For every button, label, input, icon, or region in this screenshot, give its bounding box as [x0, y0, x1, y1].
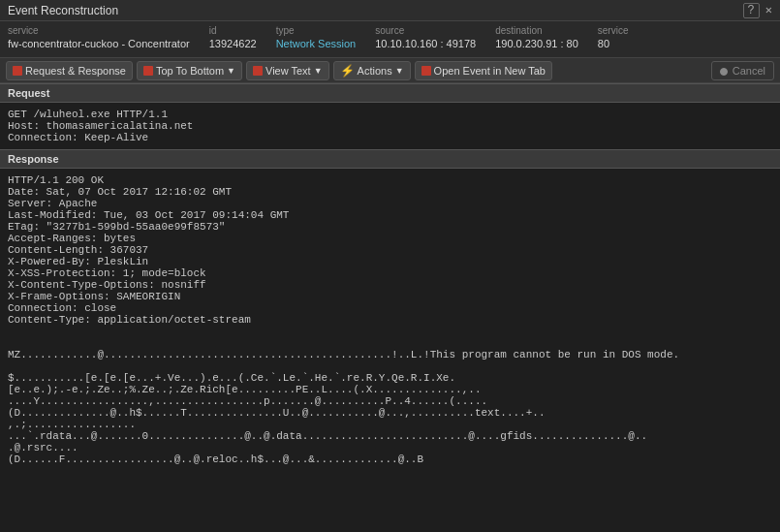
content-area: Request GET /wluheol.exe HTTP/1.1 Host: … [0, 83, 780, 532]
cancel-button[interactable]: Cancel [711, 61, 774, 80]
meta-service-value: fw-concentrator-cuckoo - Concentrator [8, 38, 190, 49]
title-bar-left: Event Reconstruction [8, 4, 118, 17]
view-text-icon [253, 66, 263, 76]
window-title: Event Reconstruction [8, 4, 118, 17]
request-header: Request [0, 83, 780, 103]
request-response-label: Request & Response [25, 65, 126, 77]
meta-service2: service 80 [598, 25, 629, 49]
top-to-bottom-chevron: ▼ [227, 66, 235, 76]
response-section: Response HTTP/1.1 200 OK Date: Sat, 07 O… [0, 149, 780, 532]
open-event-label: Open Event in New Tab [434, 65, 546, 77]
request-response-icon [13, 66, 22, 76]
request-response-button[interactable]: Request & Response [6, 61, 133, 80]
meta-source: source 10.10.10.160 : 49178 [375, 25, 476, 49]
meta-service2-value: 80 [598, 38, 629, 49]
actions-label: Actions [358, 65, 392, 77]
title-bar: Event Reconstruction ? ✕ [0, 0, 780, 21]
meta-destination: destination 190.0.230.91 : 80 [495, 25, 578, 49]
close-button[interactable]: ✕ [765, 3, 772, 17]
top-to-bottom-icon [143, 66, 153, 76]
view-text-button[interactable]: View Text ▼ [246, 61, 329, 80]
metadata-row: service fw-concentrator-cuckoo - Concent… [0, 21, 780, 58]
response-header: Response [0, 149, 780, 169]
cancel-label: Cancel [733, 65, 765, 77]
actions-chevron: ▼ [395, 66, 404, 76]
view-text-label: View Text [265, 65, 311, 77]
meta-id-label: id [209, 25, 257, 36]
meta-id: id 13924622 [209, 25, 257, 49]
meta-type: type Network Session [276, 25, 357, 49]
cancel-radio [720, 68, 728, 76]
meta-source-value: 10.10.10.160 : 49178 [375, 38, 476, 49]
meta-id-value: 13924622 [209, 38, 257, 49]
open-event-icon [421, 66, 431, 76]
actions-button[interactable]: ⚡ Actions ▼ [333, 61, 411, 80]
help-button[interactable]: ? [743, 3, 760, 18]
top-to-bottom-label: Top To Bottom [156, 65, 224, 77]
request-content: GET /wluheol.exe HTTP/1.1 Host: thomasam… [0, 103, 780, 149]
meta-service2-label: service [598, 25, 629, 36]
response-content[interactable]: HTTP/1.1 200 OK Date: Sat, 07 Oct 2017 1… [0, 169, 780, 532]
request-section: Request GET /wluheol.exe HTTP/1.1 Host: … [0, 83, 780, 149]
meta-type-value: Network Session [276, 38, 357, 49]
lightning-icon: ⚡ [340, 64, 355, 78]
title-bar-right: ? ✕ [743, 3, 772, 18]
meta-type-label: type [276, 25, 357, 36]
toolbar: Request & Response Top To Bottom ▼ View … [0, 58, 780, 83]
meta-service: service fw-concentrator-cuckoo - Concent… [8, 25, 190, 49]
meta-service-label: service [8, 25, 190, 36]
meta-destination-label: destination [495, 25, 578, 36]
meta-source-label: source [375, 25, 476, 36]
meta-destination-value: 190.0.230.91 : 80 [495, 38, 578, 49]
view-text-chevron: ▼ [314, 66, 323, 76]
open-event-button[interactable]: Open Event in New Tab [415, 61, 552, 80]
top-to-bottom-button[interactable]: Top To Bottom ▼ [137, 61, 242, 80]
